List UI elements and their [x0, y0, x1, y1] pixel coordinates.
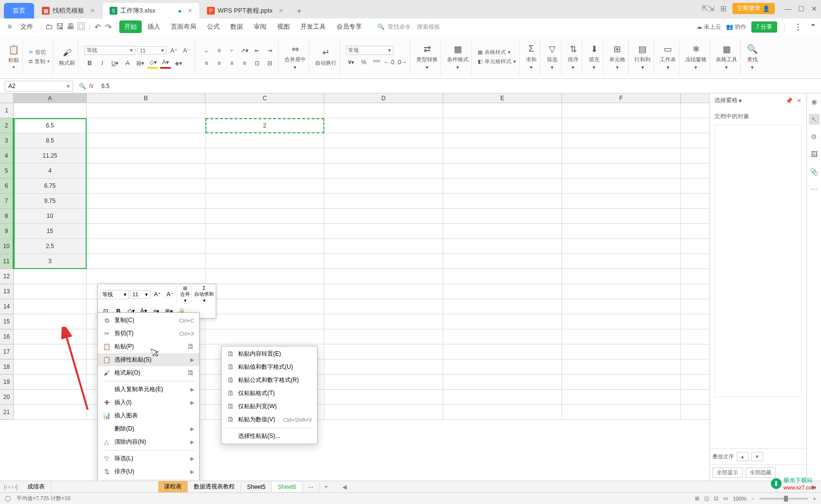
cell-E10[interactable]	[443, 239, 562, 254]
cell-E15[interactable]	[443, 314, 562, 329]
save-icon[interactable]: 🖫	[55, 22, 65, 32]
cell-A16[interactable]	[14, 329, 87, 344]
indent-inc-icon[interactable]: ⇥	[264, 45, 275, 56]
cell-D9[interactable]	[324, 224, 443, 239]
cell-G5[interactable]	[681, 163, 709, 179]
currency-icon[interactable]: ¥▾	[346, 57, 356, 68]
cell-E6[interactable]	[443, 179, 562, 194]
underline-button[interactable]: U▾	[110, 58, 120, 69]
cell-B7[interactable]	[87, 194, 205, 209]
cell-E11[interactable]	[443, 254, 562, 269]
cell-A7[interactable]: 9.75	[14, 194, 87, 209]
ctx-插入(I)[interactable]: ✚插入(I)▶	[98, 396, 199, 409]
cond-fmt-button[interactable]: ▦条件格式▾	[447, 43, 468, 71]
cell-A20[interactable]	[14, 390, 87, 405]
show-all-button[interactable]: 全部显示	[712, 468, 743, 478]
tool-ai-icon[interactable]: ◉	[809, 96, 820, 107]
cell-C2[interactable]: 2	[205, 118, 324, 133]
cell-A18[interactable]	[14, 360, 87, 375]
cell-style-button[interactable]: ◧ 单元格样式▾	[478, 58, 516, 65]
select-all-corner[interactable]	[0, 93, 14, 103]
cell-F3[interactable]	[562, 133, 681, 148]
cell-G13[interactable]	[681, 284, 709, 299]
row-header-1[interactable]: 1	[0, 103, 14, 118]
cell-C7[interactable]	[205, 194, 324, 209]
cell-D5[interactable]	[324, 163, 443, 179]
menu-icon[interactable]: ≡	[5, 22, 15, 32]
cell-C10[interactable]	[205, 239, 324, 254]
cell-D13[interactable]	[324, 284, 443, 299]
cell-A13[interactable]	[14, 284, 87, 299]
cell-C15[interactable]	[205, 314, 324, 329]
mini-size-combo[interactable]: 11▾	[130, 290, 150, 299]
file-menu[interactable]: 文件	[16, 20, 38, 33]
cell-G11[interactable]	[681, 254, 709, 269]
sub-粘贴公式和数字格式(R)[interactable]: 🖺粘贴公式和数字格式(R)	[222, 374, 317, 387]
row-header-16[interactable]: 16	[0, 329, 14, 344]
cell-A8[interactable]: 10	[14, 209, 87, 224]
cell-B12[interactable]	[87, 269, 205, 284]
cell-G10[interactable]	[681, 239, 709, 254]
row-header-9[interactable]: 9	[0, 224, 14, 239]
cell-B3[interactable]	[87, 133, 205, 148]
row-header-20[interactable]: 20	[0, 390, 14, 405]
cell-G4[interactable]	[681, 148, 709, 163]
cell-F1[interactable]	[562, 103, 681, 118]
font-grow-icon[interactable]: A⁺	[168, 45, 179, 56]
cell-D15[interactable]	[324, 314, 443, 329]
cells-button[interactable]: ⊞单元格▾	[609, 43, 625, 71]
cell-F18[interactable]	[562, 360, 681, 375]
cell-F11[interactable]	[562, 254, 681, 269]
cell-A17[interactable]	[14, 344, 87, 360]
cell-align-icon[interactable]: ⊡	[252, 58, 262, 69]
cell-B11[interactable]	[87, 254, 205, 269]
row-header-11[interactable]: 11	[0, 254, 14, 269]
font-shrink-icon[interactable]: A⁻	[181, 45, 192, 56]
cell-D6[interactable]	[324, 179, 443, 194]
menu-member[interactable]: 会员专享	[332, 20, 367, 33]
comma-icon[interactable]: ⁰⁰⁰	[371, 57, 382, 68]
cell-G8[interactable]	[681, 209, 709, 224]
fill-button[interactable]: ⬇填充▾	[588, 43, 600, 71]
tool-more-icon[interactable]: ⋯	[809, 184, 820, 195]
cell-D1[interactable]	[324, 103, 443, 118]
sort-button[interactable]: ⇅排序▾	[567, 43, 579, 71]
home-tab[interactable]: 首页	[4, 3, 34, 18]
cell-G14[interactable]	[681, 299, 709, 314]
cell-G21[interactable]	[681, 405, 709, 420]
workbook-tab[interactable]: S 工作簿3.xlsx ● ✕	[103, 3, 199, 18]
cell-A14[interactable]	[14, 299, 87, 314]
ctx-删除(D)[interactable]: 删除(D)▶	[98, 422, 199, 435]
search-icon[interactable]: 🔍	[79, 83, 86, 90]
format-painter-button[interactable]: 🖌 格式刷	[59, 47, 75, 67]
maximize-button[interactable]: ☐	[798, 5, 804, 13]
apps-icon[interactable]: ⊞	[720, 4, 727, 13]
cell-E7[interactable]	[443, 194, 562, 209]
dec-dec-icon[interactable]: .0→	[396, 57, 407, 68]
cell-A9[interactable]: 15	[14, 224, 87, 239]
cell-A15[interactable]	[14, 314, 87, 329]
ctx-复制(C)[interactable]: ⧉复制(C)Ctrl+C	[98, 314, 199, 327]
sheet-tab-3[interactable]: 数据透视表教程	[188, 481, 241, 492]
pin-icon[interactable]: 📌	[785, 97, 793, 104]
font-color-button[interactable]: A▾	[160, 58, 171, 69]
indent-dec-icon[interactable]: ⇤	[252, 45, 262, 56]
cell-G6[interactable]	[681, 179, 709, 194]
cell-B2[interactable]	[87, 118, 205, 133]
cell-A10[interactable]: 2.5	[14, 239, 87, 254]
cell-A2[interactable]: 6.5	[14, 118, 87, 133]
table-tools-button[interactable]: ▦表格工具▾	[716, 43, 737, 71]
move-up-button[interactable]: ▴	[737, 452, 748, 461]
cell-C4[interactable]	[205, 148, 324, 163]
cloud-sync[interactable]: ☁ 未上云	[696, 23, 721, 31]
cell-C3[interactable]	[205, 133, 324, 148]
cell-C16[interactable]	[205, 329, 324, 344]
sheet-tab-1[interactable]: 成绩表	[21, 481, 51, 492]
cell-E19[interactable]	[443, 375, 562, 390]
tool-settings-icon[interactable]: ⚙	[809, 131, 820, 142]
wrap-button[interactable]: ↵自动换行	[315, 47, 336, 67]
cell-D11[interactable]	[324, 254, 443, 269]
ctx-选择性粘贴(S)[interactable]: 📋选择性粘贴(S)▶	[98, 353, 199, 366]
print-icon[interactable]: 🖶	[66, 22, 75, 32]
sub-仅粘贴列宽(W)[interactable]: 🖺仅粘贴列宽(W)	[222, 400, 317, 413]
